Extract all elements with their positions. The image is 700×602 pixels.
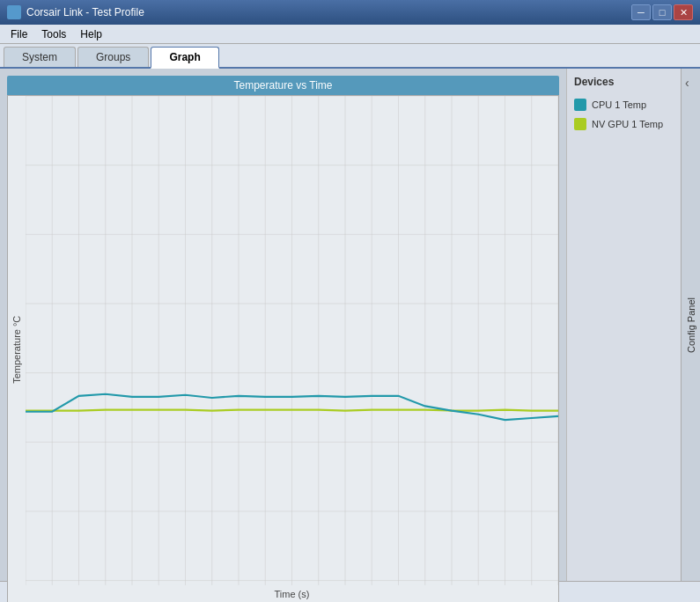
- graph-container: Temperature °C: [7, 95, 559, 602]
- config-panel-label: Config Panel: [684, 290, 698, 360]
- window-title: Corsair Link - Test Profile: [26, 6, 144, 18]
- tab-graph[interactable]: Graph: [151, 47, 218, 69]
- tab-system[interactable]: System: [4, 47, 76, 67]
- menu-file[interactable]: File: [4, 26, 34, 42]
- legend-color-cpu: [574, 99, 586, 111]
- legend-title: Devices: [574, 76, 674, 88]
- menu-bar: File Tools Help: [0, 25, 700, 44]
- legend-label-cpu: CPU 1 Temp: [592, 99, 646, 110]
- legend-item-gpu: NV GPU 1 Temp: [574, 118, 674, 130]
- legend-label-gpu: NV GPU 1 Temp: [592, 119, 663, 129]
- close-button[interactable]: ✕: [674, 4, 693, 20]
- graph-title: Temperature vs Time: [7, 76, 559, 95]
- chevron-left-icon: ‹: [685, 76, 689, 90]
- legend-color-gpu: [574, 118, 586, 130]
- title-bar-buttons: ─ □ ✕: [631, 4, 693, 20]
- app-icon: [7, 5, 21, 19]
- x-axis-label: Time (s): [26, 585, 558, 602]
- menu-tools[interactable]: Tools: [34, 26, 73, 42]
- minimize-button[interactable]: ─: [631, 4, 651, 20]
- tab-groups[interactable]: Groups: [77, 47, 149, 67]
- graph-panel: Temperature vs Time Temperature °C: [0, 69, 566, 581]
- title-bar-text: Corsair Link - Test Profile: [7, 5, 144, 19]
- y-axis-label: Temperature °C: [8, 96, 26, 602]
- graph-svg-area: 150 125 100 75 50 25 0: [26, 96, 558, 585]
- config-panel-toggle[interactable]: ‹ Config Panel: [681, 69, 700, 581]
- menu-help[interactable]: Help: [73, 26, 109, 42]
- maximize-button[interactable]: □: [652, 4, 672, 20]
- graph-svg: 150 125 100 75 50 25 0: [26, 96, 558, 585]
- legend-item-cpu: CPU 1 Temp: [574, 99, 674, 111]
- main-content: Temperature vs Time Temperature °C: [0, 69, 700, 581]
- legend-panel: Devices CPU 1 Temp NV GPU 1 Temp: [566, 69, 681, 581]
- tab-bar: System Groups Graph: [0, 44, 700, 69]
- graph-inner: 150 125 100 75 50 25 0: [26, 96, 558, 602]
- title-bar: Corsair Link - Test Profile ─ □ ✕: [0, 0, 700, 25]
